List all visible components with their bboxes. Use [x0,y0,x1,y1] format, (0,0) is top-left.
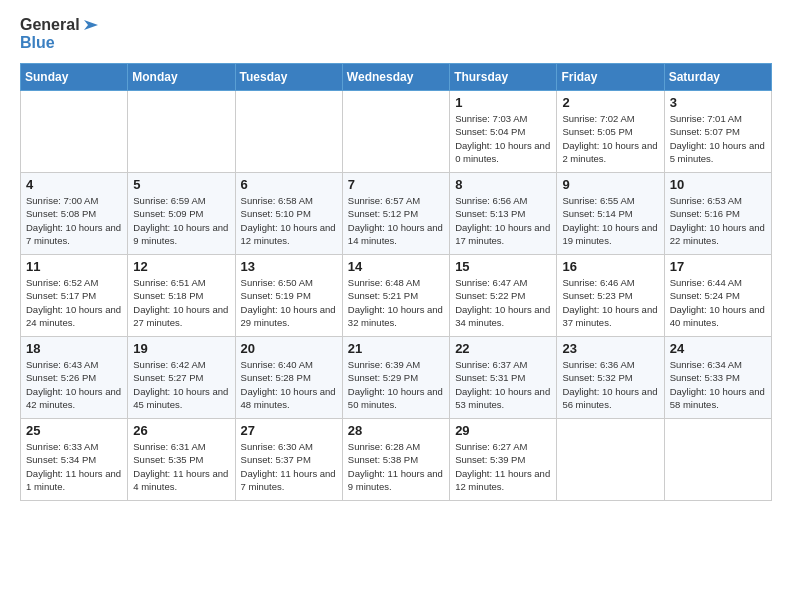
calendar-cell: 15Sunrise: 6:47 AM Sunset: 5:22 PM Dayli… [450,255,557,337]
day-number: 6 [241,177,337,192]
calendar-cell: 13Sunrise: 6:50 AM Sunset: 5:19 PM Dayli… [235,255,342,337]
day-number: 11 [26,259,122,274]
day-number: 12 [133,259,229,274]
weekday-header-saturday: Saturday [664,64,771,91]
day-info: Sunrise: 6:27 AM Sunset: 5:39 PM Dayligh… [455,440,551,493]
day-number: 8 [455,177,551,192]
weekday-header-tuesday: Tuesday [235,64,342,91]
day-number: 17 [670,259,766,274]
logo-blue: Blue [20,34,100,52]
day-number: 16 [562,259,658,274]
day-info: Sunrise: 6:30 AM Sunset: 5:37 PM Dayligh… [241,440,337,493]
calendar-cell: 23Sunrise: 6:36 AM Sunset: 5:32 PM Dayli… [557,337,664,419]
calendar-cell: 12Sunrise: 6:51 AM Sunset: 5:18 PM Dayli… [128,255,235,337]
calendar-cell: 20Sunrise: 6:40 AM Sunset: 5:28 PM Dayli… [235,337,342,419]
calendar-cell: 1Sunrise: 7:03 AM Sunset: 5:04 PM Daylig… [450,91,557,173]
day-info: Sunrise: 6:59 AM Sunset: 5:09 PM Dayligh… [133,194,229,247]
calendar-cell [664,419,771,501]
day-number: 29 [455,423,551,438]
calendar-week-row: 25Sunrise: 6:33 AM Sunset: 5:34 PM Dayli… [21,419,772,501]
day-number: 2 [562,95,658,110]
calendar-cell: 10Sunrise: 6:53 AM Sunset: 5:16 PM Dayli… [664,173,771,255]
day-info: Sunrise: 6:33 AM Sunset: 5:34 PM Dayligh… [26,440,122,493]
header: General Blue [20,16,772,51]
calendar-cell: 5Sunrise: 6:59 AM Sunset: 5:09 PM Daylig… [128,173,235,255]
day-number: 26 [133,423,229,438]
calendar-cell: 29Sunrise: 6:27 AM Sunset: 5:39 PM Dayli… [450,419,557,501]
calendar-cell [128,91,235,173]
day-info: Sunrise: 6:28 AM Sunset: 5:38 PM Dayligh… [348,440,444,493]
day-number: 24 [670,341,766,356]
day-number: 10 [670,177,766,192]
calendar-cell: 28Sunrise: 6:28 AM Sunset: 5:38 PM Dayli… [342,419,449,501]
day-number: 25 [26,423,122,438]
calendar-week-row: 11Sunrise: 6:52 AM Sunset: 5:17 PM Dayli… [21,255,772,337]
logo-arrow-icon [82,18,100,32]
day-info: Sunrise: 6:57 AM Sunset: 5:12 PM Dayligh… [348,194,444,247]
calendar-cell: 26Sunrise: 6:31 AM Sunset: 5:35 PM Dayli… [128,419,235,501]
day-info: Sunrise: 6:55 AM Sunset: 5:14 PM Dayligh… [562,194,658,247]
calendar-cell: 18Sunrise: 6:43 AM Sunset: 5:26 PM Dayli… [21,337,128,419]
calendar-cell [557,419,664,501]
weekday-header-row: SundayMondayTuesdayWednesdayThursdayFrid… [21,64,772,91]
calendar-cell: 11Sunrise: 6:52 AM Sunset: 5:17 PM Dayli… [21,255,128,337]
calendar-week-row: 1Sunrise: 7:03 AM Sunset: 5:04 PM Daylig… [21,91,772,173]
day-number: 14 [348,259,444,274]
day-info: Sunrise: 6:37 AM Sunset: 5:31 PM Dayligh… [455,358,551,411]
day-number: 22 [455,341,551,356]
weekday-header-friday: Friday [557,64,664,91]
day-info: Sunrise: 6:36 AM Sunset: 5:32 PM Dayligh… [562,358,658,411]
day-info: Sunrise: 6:43 AM Sunset: 5:26 PM Dayligh… [26,358,122,411]
day-info: Sunrise: 6:53 AM Sunset: 5:16 PM Dayligh… [670,194,766,247]
calendar-cell: 24Sunrise: 6:34 AM Sunset: 5:33 PM Dayli… [664,337,771,419]
calendar-cell: 19Sunrise: 6:42 AM Sunset: 5:27 PM Dayli… [128,337,235,419]
day-info: Sunrise: 6:42 AM Sunset: 5:27 PM Dayligh… [133,358,229,411]
calendar-cell: 7Sunrise: 6:57 AM Sunset: 5:12 PM Daylig… [342,173,449,255]
calendar-cell: 16Sunrise: 6:46 AM Sunset: 5:23 PM Dayli… [557,255,664,337]
day-info: Sunrise: 6:52 AM Sunset: 5:17 PM Dayligh… [26,276,122,329]
calendar-week-row: 4Sunrise: 7:00 AM Sunset: 5:08 PM Daylig… [21,173,772,255]
day-number: 7 [348,177,444,192]
day-info: Sunrise: 6:47 AM Sunset: 5:22 PM Dayligh… [455,276,551,329]
calendar-cell: 22Sunrise: 6:37 AM Sunset: 5:31 PM Dayli… [450,337,557,419]
day-info: Sunrise: 7:01 AM Sunset: 5:07 PM Dayligh… [670,112,766,165]
calendar-cell [21,91,128,173]
day-number: 18 [26,341,122,356]
calendar-cell: 25Sunrise: 6:33 AM Sunset: 5:34 PM Dayli… [21,419,128,501]
day-info: Sunrise: 6:34 AM Sunset: 5:33 PM Dayligh… [670,358,766,411]
day-info: Sunrise: 6:40 AM Sunset: 5:28 PM Dayligh… [241,358,337,411]
day-number: 27 [241,423,337,438]
svg-marker-0 [84,20,98,30]
calendar-table: SundayMondayTuesdayWednesdayThursdayFrid… [20,63,772,501]
calendar-cell: 6Sunrise: 6:58 AM Sunset: 5:10 PM Daylig… [235,173,342,255]
day-info: Sunrise: 6:51 AM Sunset: 5:18 PM Dayligh… [133,276,229,329]
day-number: 28 [348,423,444,438]
day-number: 23 [562,341,658,356]
day-info: Sunrise: 7:03 AM Sunset: 5:04 PM Dayligh… [455,112,551,165]
day-number: 19 [133,341,229,356]
calendar-cell: 21Sunrise: 6:39 AM Sunset: 5:29 PM Dayli… [342,337,449,419]
day-info: Sunrise: 6:50 AM Sunset: 5:19 PM Dayligh… [241,276,337,329]
weekday-header-monday: Monday [128,64,235,91]
day-info: Sunrise: 6:56 AM Sunset: 5:13 PM Dayligh… [455,194,551,247]
calendar-cell: 14Sunrise: 6:48 AM Sunset: 5:21 PM Dayli… [342,255,449,337]
calendar-cell: 4Sunrise: 7:00 AM Sunset: 5:08 PM Daylig… [21,173,128,255]
calendar-cell: 27Sunrise: 6:30 AM Sunset: 5:37 PM Dayli… [235,419,342,501]
calendar-cell: 2Sunrise: 7:02 AM Sunset: 5:05 PM Daylig… [557,91,664,173]
day-number: 13 [241,259,337,274]
calendar-cell: 9Sunrise: 6:55 AM Sunset: 5:14 PM Daylig… [557,173,664,255]
calendar-cell: 8Sunrise: 6:56 AM Sunset: 5:13 PM Daylig… [450,173,557,255]
day-info: Sunrise: 6:46 AM Sunset: 5:23 PM Dayligh… [562,276,658,329]
calendar-cell: 17Sunrise: 6:44 AM Sunset: 5:24 PM Dayli… [664,255,771,337]
weekday-header-sunday: Sunday [21,64,128,91]
day-number: 9 [562,177,658,192]
weekday-header-wednesday: Wednesday [342,64,449,91]
calendar-cell: 3Sunrise: 7:01 AM Sunset: 5:07 PM Daylig… [664,91,771,173]
day-info: Sunrise: 7:02 AM Sunset: 5:05 PM Dayligh… [562,112,658,165]
day-number: 3 [670,95,766,110]
day-number: 5 [133,177,229,192]
day-info: Sunrise: 6:58 AM Sunset: 5:10 PM Dayligh… [241,194,337,247]
day-info: Sunrise: 6:48 AM Sunset: 5:21 PM Dayligh… [348,276,444,329]
day-number: 15 [455,259,551,274]
day-info: Sunrise: 6:44 AM Sunset: 5:24 PM Dayligh… [670,276,766,329]
